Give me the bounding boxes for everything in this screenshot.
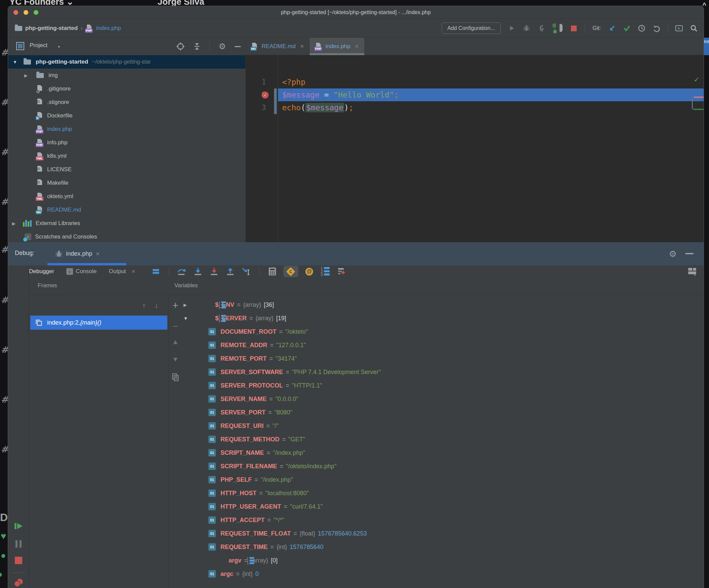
move-down-button[interactable]: ▼ xyxy=(169,356,182,363)
variable-row[interactable]: 01argc={int}0 xyxy=(182,567,704,581)
variable-row[interactable]: 01REMOTE_ADDR="127.0.0.1" xyxy=(182,338,704,352)
copy-icon[interactable] xyxy=(169,373,182,381)
frame-down-icon[interactable]: ↓ xyxy=(155,301,158,310)
stop-icon[interactable] xyxy=(570,25,577,32)
tree-item-info-php[interactable]: PHP info.php xyxy=(8,136,245,149)
breadcrumb-project[interactable]: php-getting-started xyxy=(25,25,78,32)
show-constants-icon[interactable]: C xyxy=(284,266,298,277)
tab-console[interactable]: ›Console xyxy=(66,268,97,275)
chevron-down-icon[interactable]: ▾ xyxy=(58,45,60,49)
pause-icon[interactable] xyxy=(8,540,29,548)
debug-session-tab[interactable]: index.php ✕ xyxy=(55,242,100,265)
line-number[interactable]: 3 xyxy=(246,104,266,112)
expander-icon[interactable]: ▶ xyxy=(24,73,28,78)
tree-item-gitignore[interactable]: .gitignore xyxy=(8,82,245,95)
project-panel-title[interactable]: Project xyxy=(30,42,48,49)
tree-item-license[interactable]: LICENSE xyxy=(8,163,245,176)
variable-row[interactable]: 01SCRIPT_NAME="/index.php" xyxy=(182,446,704,459)
tree-item-stignore[interactable]: .stignore xyxy=(8,95,245,109)
frame-row[interactable]: index.php:2, {main}() xyxy=(30,315,167,330)
variable-row[interactable]: 01REQUEST_TIME={int}1576785640 xyxy=(182,540,704,554)
tab-readme-md[interactable]: MD README.md ✕ xyxy=(246,38,310,55)
move-up-button[interactable]: ▲ xyxy=(169,338,182,346)
git-commit-icon[interactable] xyxy=(623,25,631,32)
variable-row[interactable]: 01HTTP_HOST="localhost:8080" xyxy=(182,486,704,500)
tree-item-img[interactable]: ▶ img xyxy=(8,68,245,82)
debug-icon[interactable] xyxy=(523,25,530,32)
frame-up-icon[interactable]: ↑ xyxy=(142,301,146,310)
variable-row[interactable]: 01HTTP_USER_AGENT="curl/7.64.1" xyxy=(182,500,704,513)
variable-row[interactable]: 123argv={array}[0] xyxy=(182,554,704,567)
show-execution-point-icon[interactable] xyxy=(151,267,161,276)
tree-item-okteto-yml[interactable]: YML okteto.yml xyxy=(8,190,245,203)
variable-row[interactable]: ▼ 123 $_SERVER ={array}[19] xyxy=(182,311,704,325)
rollback-icon[interactable] xyxy=(653,25,660,32)
force-step-into-icon[interactable] xyxy=(209,267,219,276)
tree-item-dockerfile[interactable]: D Dockerfile xyxy=(8,109,245,122)
variable-row[interactable]: ▶ 123 $_ENV ={array}[36] xyxy=(182,298,704,311)
variable-row[interactable]: 01HTTP_ACCEPT="*/*" xyxy=(182,513,704,527)
history-icon[interactable] xyxy=(638,25,646,32)
add-configuration-button[interactable]: Add Configuration... xyxy=(442,23,501,34)
run-to-cursor-icon[interactable] xyxy=(241,267,252,276)
at-references-icon[interactable]: @ xyxy=(304,267,314,276)
locate-file-icon[interactable] xyxy=(177,43,184,51)
evaluate-expression-icon[interactable] xyxy=(267,267,278,276)
remove-watch-button[interactable]: − xyxy=(169,320,182,332)
close-icon[interactable]: ✕ xyxy=(96,251,100,257)
step-into-icon[interactable] xyxy=(193,267,203,276)
add-watch-button[interactable]: + xyxy=(169,300,182,311)
inspections-ok-icon[interactable]: ✓ xyxy=(694,75,699,84)
variable-row[interactable]: 01REQUEST_METHOD="GET" xyxy=(182,432,704,446)
array-indices-icon[interactable]: 123 xyxy=(320,267,331,276)
attach-to-process-icon[interactable] xyxy=(537,25,545,32)
variable-row[interactable]: 01PHP_SELF="/index.php" xyxy=(182,473,704,486)
breakpoint-icon[interactable]: ✓ xyxy=(262,91,269,99)
expander-icon[interactable]: ▼ xyxy=(183,316,188,321)
run-anything-icon[interactable] xyxy=(675,25,683,32)
close-icon[interactable]: ✕ xyxy=(300,44,304,50)
variable-row[interactable]: 01REQUEST_TIME_FLOAT={float}1576785640.6… xyxy=(182,527,704,540)
step-out-icon[interactable] xyxy=(225,267,235,276)
tab-debugger[interactable]: Debugger xyxy=(29,268,54,275)
close-icon[interactable]: ✕ xyxy=(131,269,136,275)
close-icon[interactable]: ✕ xyxy=(354,44,359,50)
tree-item-external-libraries[interactable]: ▶ External Libraries xyxy=(8,217,245,230)
expander-icon[interactable]: ▼ xyxy=(13,59,17,64)
variable-row[interactable]: 01DOCUMENT_ROOT="/okteto" xyxy=(182,325,704,338)
tab-index-php[interactable]: PHP index.php ✕ xyxy=(310,38,364,55)
step-over-icon[interactable] xyxy=(177,267,187,276)
expander-icon[interactable]: ▶ xyxy=(12,221,16,226)
tree-item-root[interactable]: ▼ php-getting-started ~/okteto/php-getti… xyxy=(8,55,245,68)
code-area[interactable]: 1 2 3 ✓ <?php $message = "Hello World"; … xyxy=(246,55,704,242)
search-everywhere-icon[interactable] xyxy=(690,25,698,32)
tree-item-k8s-yml[interactable]: YML k8s.yml xyxy=(8,149,245,163)
view-breakpoints-icon[interactable] xyxy=(8,578,29,588)
variable-row[interactable]: 01SERVER_PORT="8080" xyxy=(182,406,704,419)
gear-icon[interactable]: ⚙ xyxy=(218,42,226,51)
layout-settings-icon[interactable] xyxy=(687,267,697,276)
variable-row[interactable]: 01SERVER_PROTOCOL="HTTP/1.1" xyxy=(182,379,704,392)
tab-output[interactable]: Output✕ xyxy=(109,268,136,275)
breadcrumb-file[interactable]: index.php xyxy=(96,25,121,32)
tree-item-readme-md[interactable]: MD README.md xyxy=(8,203,245,217)
variable-row[interactable]: 01REMOTE_PORT="34174" xyxy=(182,352,704,365)
tree-item-scratches[interactable]: › Scratches and Consoles xyxy=(8,230,245,242)
tree-item-makefile[interactable]: Makefile xyxy=(8,176,245,190)
stop-icon[interactable] xyxy=(8,557,29,564)
variable-row[interactable]: 01SERVER_SOFTWARE="PHP 7.4.1 Development… xyxy=(182,365,704,379)
line-number[interactable]: 1 xyxy=(246,78,266,86)
rerun-icon[interactable] xyxy=(8,522,29,530)
add-watch-icon[interactable] xyxy=(337,267,347,276)
gear-icon[interactable]: ⚙ xyxy=(669,249,677,259)
git-update-icon[interactable] xyxy=(608,25,616,32)
tree-item-index-php[interactable]: PHP index.php xyxy=(8,122,245,136)
run-icon[interactable] xyxy=(508,25,516,32)
variable-row[interactable]: 01SERVER_NAME="0.0.0.0" xyxy=(182,392,704,406)
expander-icon[interactable]: ▶ xyxy=(183,302,188,307)
hide-panel-icon[interactable] xyxy=(235,46,241,47)
listen-debug-connections-icon[interactable]: ((( xyxy=(552,25,562,32)
variable-row[interactable]: 01REQUEST_URI="/" xyxy=(182,419,704,432)
variable-row[interactable]: 01SCRIPT_FILENAME="/okteto/index.php" xyxy=(182,459,704,473)
hide-panel-icon[interactable] xyxy=(685,253,693,254)
